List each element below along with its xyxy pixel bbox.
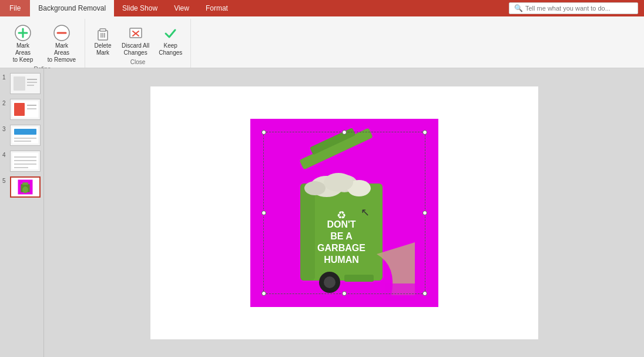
slide-thumb-4[interactable]: 4 <box>2 151 41 172</box>
mark-remove-label: Mark Areasto Remove <box>47 42 76 64</box>
svg-rect-25 <box>14 129 36 135</box>
slide-thumb-2[interactable]: 2 <box>2 99 41 120</box>
ribbon-tabs: File Background Removal Slide Show View … <box>0 0 644 16</box>
svg-rect-42 <box>300 183 315 281</box>
trash-can-svg: DON'T BE A GARBAGE HUMAN ♻ <box>268 125 415 301</box>
slide-thumb-1[interactable]: 1 <box>2 73 41 94</box>
mark-areas-to-keep-button[interactable]: Mark Areasto Keep <box>5 21 41 66</box>
slide-thumb-5[interactable]: 5 <box>2 176 41 198</box>
selected-image[interactable]: DON'T BE A GARBAGE HUMAN ♻ <box>250 119 438 307</box>
search-icon: 🔍 <box>514 4 523 12</box>
discard-all-icon <box>126 24 145 42</box>
slide-canvas: DON'T BE A GARBAGE HUMAN ♻ <box>150 86 538 339</box>
svg-rect-37 <box>22 182 28 185</box>
svg-rect-20 <box>14 103 25 116</box>
delete-mark-icon <box>93 24 112 42</box>
svg-point-54 <box>304 181 326 195</box>
canvas-area: DON'T BE A GARBAGE HUMAN ♻ <box>44 68 644 357</box>
ribbon-group-close: DeleteMark Discard AllChanges <box>85 19 191 68</box>
svg-rect-6 <box>100 29 106 31</box>
main-area: 1 2 <box>0 68 644 357</box>
delete-mark-button[interactable]: DeleteMark <box>90 21 116 59</box>
svg-text:BE A: BE A <box>330 231 353 241</box>
keep-changes-label: KeepChanges <box>159 42 182 56</box>
slide-thumb-3[interactable]: 3 <box>2 125 41 146</box>
svg-point-55 <box>324 173 353 192</box>
svg-text:GARBAGE: GARBAGE <box>317 243 365 253</box>
keep-changes-icon <box>161 24 180 42</box>
svg-point-44 <box>324 276 336 288</box>
tab-file[interactable]: File <box>0 0 30 16</box>
svg-rect-29 <box>12 153 38 169</box>
mark-remove-icon <box>52 24 71 42</box>
mark-areas-to-remove-button[interactable]: Mark Areasto Remove <box>43 21 80 66</box>
keep-changes-button[interactable]: KeepChanges <box>155 21 186 59</box>
search-bar[interactable]: 🔍 <box>509 2 638 14</box>
tab-format[interactable]: Format <box>197 0 236 16</box>
discard-all-changes-button[interactable]: Discard AllChanges <box>118 21 153 59</box>
ribbon: Mark Areasto Keep Mark Areasto Remove Re… <box>0 16 644 68</box>
slide-panel: 1 2 <box>0 68 44 357</box>
svg-rect-45 <box>344 275 374 282</box>
ribbon-group-refine-inner: Mark Areasto Keep Mark Areasto Remove <box>5 21 80 66</box>
svg-text:♻: ♻ <box>337 209 346 221</box>
svg-text:HUMAN: HUMAN <box>324 255 359 265</box>
tab-background-removal[interactable]: Background Removal <box>30 0 114 16</box>
tab-view[interactable]: View <box>166 0 197 16</box>
tab-slideshow[interactable]: Slide Show <box>114 0 166 16</box>
ribbon-group-close-inner: DeleteMark Discard AllChanges <box>90 21 186 59</box>
close-group-label: Close <box>130 59 146 68</box>
ribbon-group-refine: Mark Areasto Keep Mark Areasto Remove Re… <box>0 19 85 68</box>
delete-mark-label: DeleteMark <box>95 42 112 56</box>
svg-rect-14 <box>14 76 25 91</box>
discard-all-label: Discard AllChanges <box>122 42 149 56</box>
mark-keep-icon <box>14 24 32 42</box>
svg-rect-56 <box>385 283 415 301</box>
svg-point-38 <box>22 186 28 193</box>
search-input[interactable] <box>525 5 631 12</box>
mark-keep-label: Mark Areasto Keep <box>8 42 38 64</box>
